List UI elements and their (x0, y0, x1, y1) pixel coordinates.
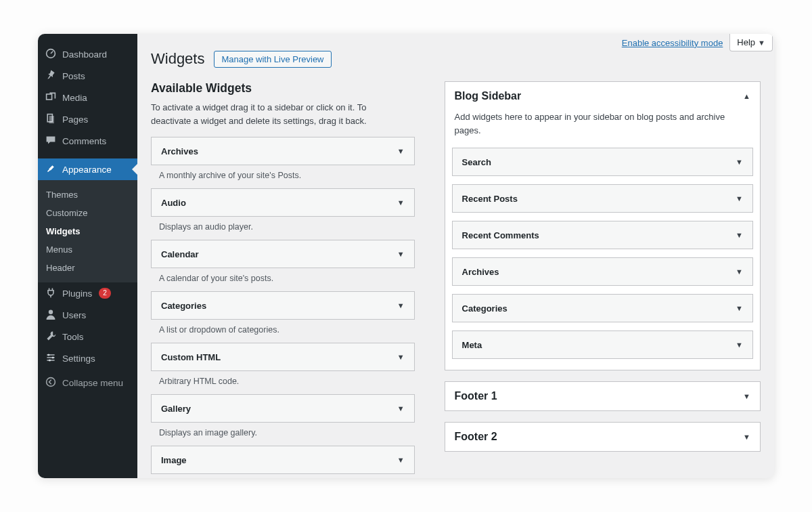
area-title: Footer 1 (455, 390, 497, 402)
sidebar-label: Comments (62, 136, 106, 146)
available-widgets-description: To activate a widget drag it to a sideba… (151, 101, 394, 127)
widget-title: Archives (161, 146, 198, 156)
available-widget-calendar[interactable]: Calendar ▼ (151, 240, 415, 268)
chevron-down-icon: ▼ (397, 147, 405, 155)
submenu-item-customize[interactable]: Customize (38, 204, 137, 222)
svg-point-8 (47, 377, 55, 386)
live-preview-button[interactable]: Manage with Live Preview (214, 51, 331, 68)
chevron-down-icon: ▼ (397, 404, 405, 412)
sidebar-item-tools[interactable]: Tools (38, 326, 137, 347)
available-widget-custom-html[interactable]: Custom HTML ▼ (151, 343, 415, 371)
submenu-item-header[interactable]: Header (38, 259, 137, 277)
placed-widget-recent-comments[interactable]: Recent Comments ▼ (452, 221, 753, 249)
widget-areas-column: Blog Sidebar ▲ Add widgets here to appea… (445, 81, 761, 478)
pin-icon (45, 70, 57, 83)
sidebar-item-users[interactable]: Users (38, 304, 137, 326)
widget-desc: Arbitrary HTML code. (151, 375, 415, 394)
sidebar-label: Settings (62, 354, 95, 364)
available-widgets-column: Available Widgets To activate a widget d… (151, 81, 415, 478)
sidebar-label: Pages (62, 114, 88, 125)
sidebar-label: Tools (62, 332, 84, 342)
sidebar-item-settings[interactable]: Settings (38, 347, 137, 369)
page-icon (45, 113, 57, 126)
sidebar-label: Media (62, 93, 87, 103)
chevron-down-icon: ▼ (397, 250, 405, 258)
sidebar-label: Appearance (62, 165, 112, 175)
sidebar-item-plugins[interactable]: Plugins 2 (38, 282, 137, 304)
chevron-down-icon: ▼ (397, 353, 405, 361)
widget-area-footer-2: Footer 2 ▼ (445, 422, 761, 452)
widget-title: Categories (161, 301, 206, 311)
placed-widget-meta[interactable]: Meta ▼ (452, 330, 753, 359)
svg-point-4 (49, 310, 53, 314)
widget-title: Meta (462, 340, 482, 350)
chevron-down-icon: ▼ (758, 39, 765, 47)
widget-area-footer-1: Footer 1 ▼ (445, 381, 761, 411)
widget-title: Archives (462, 267, 499, 277)
sidebar-item-comments[interactable]: Comments (38, 130, 137, 152)
placed-widget-recent-posts[interactable]: Recent Posts ▼ (452, 184, 753, 213)
user-icon (45, 309, 57, 322)
accessibility-mode-link[interactable]: Enable accessibility mode (622, 38, 723, 48)
widget-desc: A list or dropdown of categories. (151, 324, 415, 343)
sidebar-collapse[interactable]: Collapse menu (38, 372, 137, 393)
placed-widget-search[interactable]: Search ▼ (452, 148, 753, 176)
chevron-down-icon: ▼ (397, 198, 405, 207)
available-widget-archives[interactable]: Archives ▼ (151, 137, 415, 165)
widget-desc: A calendar of your site's posts. (151, 272, 415, 291)
sidebar-label: Users (62, 310, 86, 320)
widget-title: Categories (462, 303, 508, 314)
available-widget-gallery[interactable]: Gallery ▼ (151, 394, 415, 423)
widget-desc: A monthly archive of your site's Posts. (151, 169, 415, 188)
available-widget-audio[interactable]: Audio ▼ (151, 188, 415, 217)
submenu-item-themes[interactable]: Themes (38, 186, 137, 204)
sidebar-item-pages[interactable]: Pages (38, 108, 137, 130)
media-icon (45, 91, 57, 104)
chevron-down-icon: ▼ (397, 301, 405, 310)
area-body: Search ▼ Recent Posts ▼ Recent Comments … (445, 144, 760, 370)
area-header[interactable]: Footer 2 ▼ (445, 423, 760, 451)
chevron-down-icon: ▼ (736, 268, 743, 276)
available-widget-categories[interactable]: Categories ▼ (151, 291, 415, 320)
sidebar-item-appearance[interactable]: Appearance (38, 158, 137, 180)
sidebar-item-dashboard[interactable]: Dashboard (38, 43, 137, 65)
chevron-down-icon: ▼ (736, 194, 743, 202)
sidebar-label: Posts (62, 71, 85, 81)
chevron-down-icon: ▼ (736, 341, 743, 349)
placed-widget-categories[interactable]: Categories ▼ (452, 294, 753, 322)
widget-desc: Displays an audio player. (151, 221, 415, 240)
widget-title: Audio (161, 198, 186, 208)
widget-title: Calendar (161, 249, 199, 259)
sliders-icon (45, 352, 57, 365)
help-label: Help (737, 37, 755, 47)
area-header[interactable]: Footer 1 ▼ (445, 382, 760, 410)
content-area: Enable accessibility mode Help ▼ Widgets… (137, 34, 774, 478)
brush-icon (45, 163, 57, 176)
chevron-down-icon: ▼ (743, 392, 750, 400)
app-frame: Dashboard Posts Media Pages Comments (38, 34, 774, 478)
help-toggle[interactable]: Help ▼ (729, 34, 773, 51)
sidebar-item-posts[interactable]: Posts (38, 65, 137, 87)
svg-point-6 (52, 356, 54, 358)
plugins-badge: 2 (99, 288, 111, 299)
screen-links: Enable accessibility mode Help ▼ (621, 34, 774, 51)
wrench-icon (45, 330, 57, 343)
comment-icon (45, 135, 57, 148)
dashboard-icon (45, 48, 57, 61)
sidebar-label: Dashboard (62, 49, 107, 60)
available-widgets-heading: Available Widgets (151, 81, 415, 95)
submenu-item-menus[interactable]: Menus (38, 240, 137, 259)
chevron-down-icon: ▼ (397, 456, 405, 464)
chevron-down-icon: ▼ (743, 433, 750, 441)
available-widget-image[interactable]: Image ▼ (151, 446, 415, 474)
sidebar-item-media[interactable]: Media (38, 87, 137, 108)
area-header[interactable]: Blog Sidebar ▲ (445, 82, 760, 110)
widget-title: Custom HTML (161, 352, 221, 362)
widget-title: Search (462, 157, 491, 167)
chevron-down-icon: ▼ (736, 231, 743, 239)
submenu-item-widgets[interactable]: Widgets (38, 222, 137, 240)
admin-sidebar: Dashboard Posts Media Pages Comments (38, 34, 137, 478)
area-title: Blog Sidebar (455, 90, 522, 102)
placed-widget-archives[interactable]: Archives ▼ (452, 257, 753, 286)
widget-area-blog-sidebar: Blog Sidebar ▲ Add widgets here to appea… (445, 81, 761, 370)
